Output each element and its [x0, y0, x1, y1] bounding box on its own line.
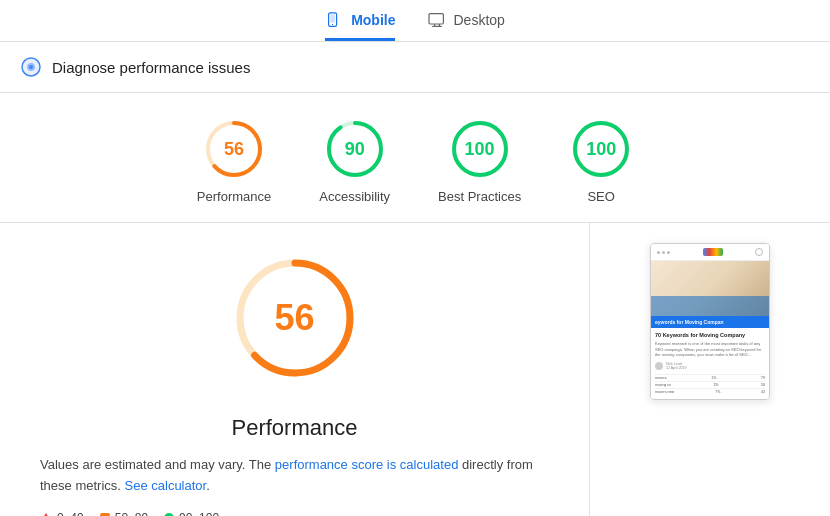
score-value-best-practices: 100: [465, 139, 495, 160]
score-card-best-practices[interactable]: 100 Best Practices: [438, 117, 521, 204]
legend-good-icon: [164, 513, 174, 516]
diagnose-title: Diagnose performance issues: [52, 59, 250, 76]
phone-article-banner: eywords for Moving Compan: [651, 316, 769, 328]
score-label-best-practices: Best Practices: [438, 189, 521, 204]
phone-table-row-3: movers near 7% 43: [655, 388, 765, 395]
score-card-performance[interactable]: 56 Performance: [197, 117, 271, 204]
score-label-seo: SEO: [587, 189, 614, 204]
score-value-seo: 100: [586, 139, 616, 160]
phone-article-date: 12 April 2019: [666, 366, 686, 370]
phone-hero-image: [651, 261, 769, 316]
legend-good-label: 90–100: [179, 511, 219, 516]
legend-average: 50–89: [100, 511, 148, 516]
phone-header: [651, 244, 769, 261]
score-value-accessibility: 90: [345, 139, 365, 160]
phone-cell-v1: 1%: [711, 376, 716, 380]
tab-desktop-label: Desktop: [453, 12, 504, 28]
phone-cell-v2: 3%: [713, 383, 718, 387]
tab-bar: Mobile Desktop: [0, 0, 830, 42]
circle-accessibility: 90: [323, 117, 387, 181]
phone-cell-q3: 43: [761, 390, 765, 394]
right-panel: eywords for Moving Compan 70 Keywords fo…: [590, 223, 830, 516]
svg-rect-3: [429, 14, 443, 24]
score-row: 56 Performance 90 Accessibility 100 Best…: [0, 93, 830, 223]
phone-cell-q2: 58: [761, 383, 765, 387]
legend-average-label: 50–89: [115, 511, 148, 516]
tab-desktop[interactable]: Desktop: [427, 12, 504, 41]
phone-table-row-1: movers 1% 70: [655, 374, 765, 381]
dot1: [657, 251, 660, 254]
phone-article-body: 70 Keywords for Moving Company Keyword r…: [651, 328, 769, 399]
desc-link2[interactable]: See calculator: [125, 478, 207, 493]
score-card-seo[interactable]: 100 SEO: [569, 117, 633, 204]
tab-mobile-label: Mobile: [351, 12, 395, 28]
circle-seo: 100: [569, 117, 633, 181]
score-legend: 0–49 50–89 90–100: [40, 511, 549, 516]
diagnose-bar: Diagnose performance issues: [0, 42, 830, 93]
performance-description: Values are estimated and may vary. The p…: [40, 455, 549, 497]
phone-search-icon: [755, 248, 763, 256]
large-score-container: 56: [40, 253, 549, 399]
phone-avatar: [655, 362, 663, 370]
score-label-performance: Performance: [197, 189, 271, 204]
main-content: 56 Performance Values are estimated and …: [0, 223, 830, 516]
phone-cell-kw1: movers: [655, 376, 666, 380]
phone-cell-kw3: movers near: [655, 390, 674, 394]
legend-fail: 0–49: [40, 511, 84, 516]
legend-average-icon: [100, 513, 110, 516]
legend-fail-icon: [40, 513, 52, 516]
legend-fail-label: 0–49: [57, 511, 84, 516]
phone-author-row: Nick Levitt 12 April 2019: [655, 362, 765, 370]
legend-good: 90–100: [164, 511, 219, 516]
score-label-accessibility: Accessibility: [319, 189, 390, 204]
phone-cell-v3: 7%: [715, 390, 720, 394]
phone-cell-kw2: moving co: [655, 383, 671, 387]
performance-panel-title: Performance: [40, 415, 549, 441]
tab-mobile[interactable]: Mobile: [325, 12, 395, 41]
svg-rect-2: [330, 14, 335, 22]
desc-start: Values are estimated and may vary. The: [40, 457, 275, 472]
score-card-accessibility[interactable]: 90 Accessibility: [319, 117, 390, 204]
circle-performance: 56: [202, 117, 266, 181]
phone-article-title: 70 Keywords for Moving Company: [655, 332, 765, 338]
phone-author-info: Nick Levitt 12 April 2019: [666, 362, 686, 370]
phone-cell-q1: 70: [761, 376, 765, 380]
large-score-value: 56: [274, 297, 314, 339]
dot3: [667, 251, 670, 254]
diagnose-icon: [20, 56, 42, 78]
phone-logo: [703, 248, 723, 256]
phone-article-text: Keyword research is one of the most impo…: [655, 341, 765, 358]
dot2: [662, 251, 665, 254]
desc-end: .: [206, 478, 210, 493]
phone-table: movers 1% 70 moving co 3% 58 movers near…: [655, 374, 765, 395]
circle-best-practices: 100: [448, 117, 512, 181]
phone-table-row-2: moving co 3% 58: [655, 381, 765, 388]
svg-point-9: [29, 65, 33, 69]
left-panel: 56 Performance Values are estimated and …: [0, 223, 590, 516]
large-circle-performance: 56: [230, 253, 360, 383]
phone-preview: eywords for Moving Compan 70 Keywords fo…: [650, 243, 770, 400]
phone-header-dots: [657, 251, 670, 254]
score-value-performance: 56: [224, 139, 244, 160]
desc-link1[interactable]: performance score is calculated: [275, 457, 459, 472]
